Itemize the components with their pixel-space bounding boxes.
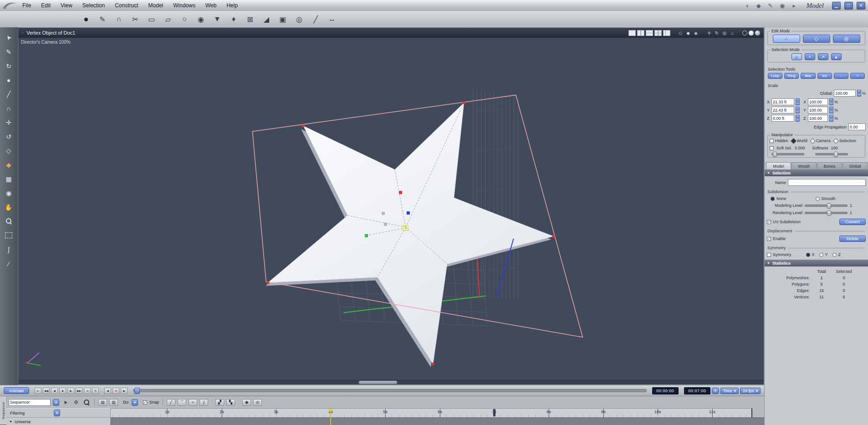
magnet-tool-icon[interactable]: ∩ (113, 13, 125, 25)
statistics-section-header[interactable]: ▼ Statistics (765, 260, 868, 266)
subdivision-smooth-radio[interactable] (816, 197, 820, 201)
menu-windows[interactable]: Windows (168, 2, 200, 9)
disc-tool-icon[interactable]: ○ (179, 13, 190, 25)
curve-view-button[interactable]: ▚ (226, 399, 235, 406)
gem-tool-icon[interactable]: ♦ (228, 13, 240, 25)
do-dropdown[interactable]: ▾ (132, 399, 138, 406)
pan-hand-icon[interactable]: ✋ (4, 202, 14, 212)
zoom-timeline-icon[interactable] (82, 399, 91, 406)
reset-camera-icon[interactable]: ⌂ (729, 31, 735, 36)
sphere-mode-button[interactable]: ◎ (833, 35, 860, 43)
expand-triangle-icon[interactable]: ▼ (9, 420, 12, 423)
display-toggle-c-icon[interactable]: ◈ (693, 31, 699, 36)
tab-model[interactable]: Model (766, 162, 791, 169)
play-button[interactable]: ▶ (67, 388, 74, 394)
add-select-button[interactable]: + (805, 53, 815, 60)
close-icon[interactable]: ✕ (857, 2, 865, 10)
y-size-field[interactable] (771, 107, 794, 113)
pen-tool-icon[interactable]: ✎ (4, 47, 14, 56)
camera-radio[interactable] (810, 138, 816, 144)
selection-radio[interactable] (833, 138, 839, 144)
lasso-select-icon[interactable]: ʃ (4, 245, 14, 254)
softness-slider[interactable] (815, 153, 848, 155)
x-size-field[interactable] (771, 98, 794, 105)
universe-row[interactable]: ▼ Universe (6, 417, 111, 425)
y-size-stepper[interactable] (796, 107, 800, 113)
sphere-tool-icon[interactable]: ● (80, 13, 92, 25)
zoom-tool-icon[interactable] (4, 216, 14, 226)
rendering-level-thumb[interactable] (827, 210, 831, 216)
end-time-field[interactable]: 00:07:00 (684, 387, 710, 394)
symmetry-x-radio[interactable] (806, 253, 810, 257)
ring-select-button[interactable]: Ring (784, 73, 799, 79)
textured-mode-icon[interactable] (755, 31, 760, 36)
sequencer-selector-field[interactable] (9, 399, 51, 406)
displacement-enable-checkbox[interactable] (767, 237, 771, 241)
camera-tool-icon[interactable]: ◉ (4, 188, 14, 198)
fps-dropdown[interactable]: 24 fps ▾ (740, 388, 761, 394)
world-radio[interactable] (791, 138, 797, 144)
restore-icon[interactable]: □ (844, 2, 853, 10)
go-end-button[interactable]: ⇥ (84, 388, 91, 394)
red-vertex-handle[interactable] (399, 191, 402, 194)
poly-select-button[interactable]: ▲ (831, 53, 842, 60)
z-pct-stepper[interactable] (829, 115, 833, 122)
polyline-tool-icon[interactable]: ╱ (4, 89, 14, 99)
shrink-select-button[interactable]: - (834, 73, 848, 79)
line-select-button[interactable]: ↗ (818, 53, 828, 60)
timeline-ruler[interactable]: 1s 2s 3s 4s 5s 6s 7s 8s 9s 10s 11s (111, 408, 752, 417)
menu-edit[interactable]: Edit (36, 2, 56, 9)
move-tool-icon[interactable]: ✛ (4, 118, 14, 127)
formula-tweener-button[interactable]: ∫ (199, 399, 208, 406)
star-point-handle[interactable] (302, 124, 305, 127)
oscillate-tweener-button[interactable]: ≈ (189, 399, 197, 406)
point-select-button[interactable]: △ (791, 53, 802, 60)
marquee-select-icon[interactable] (4, 230, 14, 240)
x-size-stepper[interactable] (796, 98, 800, 105)
line-tool-icon[interactable]: ╱ (310, 13, 322, 25)
go-start-button[interactable]: ⇤ (35, 388, 41, 394)
menu-help[interactable]: Help (221, 2, 243, 9)
keyframe-view-button[interactable]: ▞ (215, 399, 224, 406)
cone-tool-icon[interactable]: ▼ (211, 13, 223, 25)
fast-forward-button[interactable]: ▶▶ (76, 388, 82, 394)
hscrollbar-handle[interactable] (359, 381, 397, 384)
rotate-view-icon[interactable]: ↻ (4, 61, 14, 71)
soft-selection-slider-thumb[interactable] (773, 152, 777, 157)
rotate-camera-icon[interactable]: ↻ (714, 31, 720, 36)
draw-polygon-tool-icon[interactable]: ✎ (97, 13, 108, 25)
uv-subdivision-checkbox[interactable] (767, 220, 771, 224)
layout-quad-icon[interactable] (654, 30, 662, 36)
snap-checkbox[interactable] (143, 400, 147, 405)
magnet-snap-icon[interactable]: ∩ (4, 103, 14, 113)
modeling-level-thumb[interactable] (827, 203, 831, 209)
subdivision-none-radio[interactable] (771, 197, 775, 201)
weld-tool-icon[interactable]: ◉ (195, 13, 207, 25)
hidden-checkbox[interactable] (770, 139, 774, 143)
viewport-hscrollbar[interactable] (18, 380, 764, 384)
next-frame-button[interactable]: ▶ (121, 388, 128, 394)
assemble-room-icon[interactable]: ◑ (743, 2, 751, 9)
timeline-range-marker[interactable] (493, 409, 495, 416)
time-scrubber-handle[interactable] (134, 388, 140, 394)
animate-button[interactable]: Animate (4, 387, 29, 394)
star-point-handle[interactable] (463, 101, 465, 104)
grow-select-button[interactable]: + (850, 73, 865, 79)
timeline-track-area[interactable] (111, 417, 764, 425)
x-pct-stepper[interactable] (829, 98, 833, 105)
name-field[interactable] (788, 179, 866, 186)
knife-tool-icon[interactable]: ∕ (4, 259, 14, 268)
selected-edge-red[interactable] (477, 255, 480, 298)
between-select-button[interactable]: Btw (801, 73, 815, 79)
display-toggle-b-icon[interactable]: ◆ (685, 31, 691, 36)
edge-propagation-field[interactable] (848, 123, 866, 130)
gear-icon[interactable]: ⚙ (72, 399, 80, 406)
fill-tool-icon[interactable]: ▣ (277, 13, 289, 25)
delete-face-tool-icon[interactable]: ⊠ (244, 13, 256, 25)
close-time-icon[interactable]: ✕ (712, 388, 719, 394)
star-point-handle[interactable] (552, 235, 555, 238)
stop-button[interactable]: ■ (59, 388, 66, 394)
sphere-primitive-icon[interactable]: ● (4, 75, 14, 85)
blue-vertex-handle[interactable] (407, 211, 410, 215)
texture-room-icon[interactable]: ✎ (766, 2, 775, 9)
